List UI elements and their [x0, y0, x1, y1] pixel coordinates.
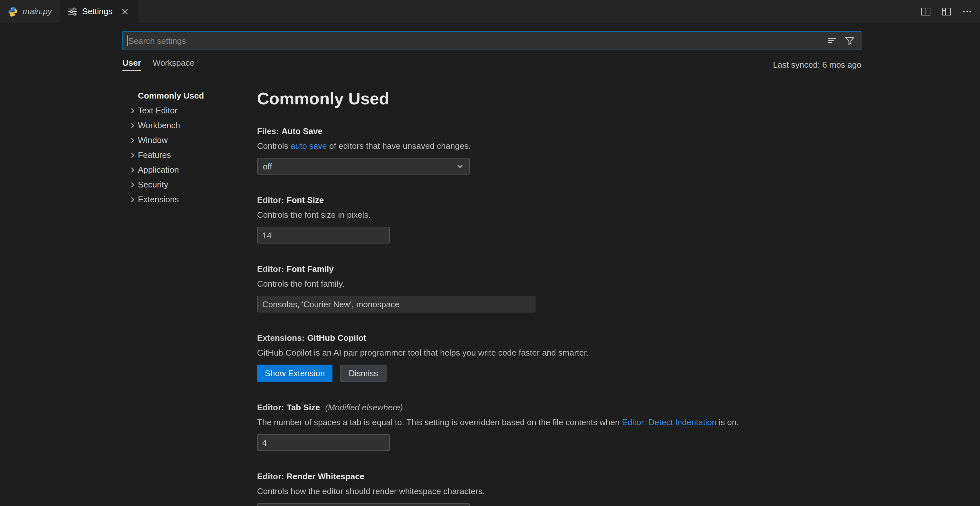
setting-category: Editor: — [257, 264, 284, 274]
setting-description: GitHub Copilot is an AI pair programmer … — [257, 347, 858, 359]
toc-item-commonly-used[interactable]: Commonly Used — [123, 88, 257, 103]
settings-body: Commonly Used Text Editor Workbench Wind… — [0, 72, 980, 506]
tab-settings[interactable]: Settings — [60, 0, 138, 22]
scope-tab-user[interactable]: User — [123, 58, 141, 71]
search-row — [123, 31, 861, 50]
vscode-window: main.py Settings — [0, 0, 980, 506]
desc-text: The number of spaces a tab is equal to. … — [257, 417, 622, 427]
settings-content: Commonly Used Files:Auto Save Controls a… — [257, 88, 980, 506]
tab-main-py[interactable]: main.py — [0, 0, 60, 22]
setting-files-auto-save: Files:Auto Save Controls auto save of ed… — [257, 126, 858, 175]
tab-label: Settings — [82, 6, 113, 16]
setting-extensions-github-copilot: Extensions:GitHub Copilot GitHub Copilot… — [257, 333, 858, 382]
setting-description: Controls the font size in pixels. — [257, 209, 858, 221]
dismiss-button[interactable]: Dismiss — [340, 364, 386, 382]
tab-size-input[interactable] — [257, 434, 390, 451]
setting-title: Editor:Render Whitespace — [257, 471, 858, 482]
settings-sliders-icon — [67, 6, 78, 16]
chevron-right-icon — [127, 120, 138, 130]
chevron-spacer — [127, 91, 138, 101]
toc-item-security[interactable]: Security — [123, 177, 257, 192]
last-synced-label: Last synced: 6 mos ago — [773, 60, 861, 69]
chevron-down-icon — [455, 161, 465, 171]
setting-description: Controls the font family. — [257, 278, 858, 290]
setting-name: Auto Save — [282, 126, 323, 136]
toc-item-application[interactable]: Application — [123, 162, 257, 177]
toc-item-text-editor[interactable]: Text Editor — [123, 103, 257, 118]
setting-title: Files:Auto Save — [257, 126, 858, 137]
toc-label: Window — [138, 135, 168, 145]
filter-icon[interactable] — [843, 34, 856, 47]
font-family-input[interactable] — [257, 296, 535, 312]
setting-category: Editor: — [257, 403, 284, 412]
toc-item-workbench[interactable]: Workbench — [123, 118, 257, 133]
render-whitespace-select[interactable] — [257, 503, 470, 506]
setting-description: Controls how the editor should render wh… — [257, 486, 858, 497]
tab-label: main.py — [22, 6, 52, 16]
auto-save-select[interactable]: off — [257, 158, 470, 175]
desc-text: Controls — [257, 141, 291, 151]
setting-name: Font Family — [287, 264, 334, 274]
text-caret — [127, 35, 127, 46]
editor-actions — [920, 0, 980, 22]
scope-tabs: User Workspace — [123, 58, 194, 71]
setting-editor-render-whitespace: Editor:Render Whitespace Controls how th… — [257, 471, 858, 506]
chevron-right-icon — [127, 180, 138, 190]
setting-name: GitHub Copilot — [307, 333, 366, 343]
tab-bar: main.py Settings — [0, 0, 980, 22]
toc-label: Workbench — [138, 121, 180, 130]
chevron-right-icon — [127, 150, 138, 160]
setting-editor-tab-size: Editor:Tab Size(Modified elsewhere) The … — [257, 402, 858, 451]
setting-editor-font-size: Editor:Font Size Controls the font size … — [257, 194, 858, 243]
setting-name: Tab Size — [287, 403, 320, 412]
split-editor-icon[interactable] — [920, 5, 932, 18]
setting-title: Editor:Font Family — [257, 264, 858, 275]
setting-title: Editor:Font Size — [257, 194, 858, 206]
select-value: off — [263, 161, 272, 171]
scope-tab-workspace[interactable]: Workspace — [153, 58, 194, 70]
settings-toc: Commonly Used Text Editor Workbench Wind… — [123, 88, 257, 207]
detect-indentation-link[interactable]: Editor: Detect Indentation — [622, 417, 716, 427]
chevron-right-icon — [127, 165, 138, 175]
toc-label: Commonly Used — [138, 91, 204, 100]
search-input[interactable] — [123, 31, 861, 50]
setting-title: Extensions:GitHub Copilot — [257, 333, 858, 344]
python-icon — [8, 6, 18, 16]
setting-category: Extensions: — [257, 333, 304, 343]
toc-label: Security — [138, 180, 168, 189]
setting-description: The number of spaces a tab is equal to. … — [257, 417, 858, 428]
setting-name: Render Whitespace — [287, 471, 364, 481]
setting-editor-font-family: Editor:Font Family Controls the font fam… — [257, 264, 858, 312]
desc-text: is on. — [716, 417, 739, 427]
scope-row: User Workspace Last synced: 6 mos ago — [123, 57, 861, 72]
chevron-right-icon — [127, 135, 138, 145]
setting-title: Editor:Tab Size(Modified elsewhere) — [257, 402, 858, 414]
chevron-right-icon — [127, 105, 138, 116]
clear-search-icon[interactable] — [826, 34, 838, 47]
desc-text: of editors that have unsaved changes. — [327, 141, 471, 151]
chevron-right-icon — [127, 194, 138, 205]
more-actions-icon[interactable] — [961, 5, 974, 18]
search-actions — [826, 31, 856, 50]
page-title: Commonly Used — [257, 88, 858, 109]
toc-item-features[interactable]: Features — [123, 148, 257, 162]
settings-editor: User Workspace Last synced: 6 mos ago Co… — [0, 31, 980, 506]
editor-layout-icon[interactable] — [940, 5, 953, 18]
toc-item-extensions[interactable]: Extensions — [123, 192, 257, 207]
setting-category: Files: — [257, 126, 279, 136]
font-size-input[interactable] — [257, 227, 390, 243]
setting-category: Editor: — [257, 471, 284, 481]
toc-item-window[interactable]: Window — [123, 133, 257, 148]
toc-label: Application — [138, 165, 179, 175]
setting-description: Controls auto save of editors that have … — [257, 140, 858, 152]
setting-category: Editor: — [257, 195, 284, 205]
auto-save-link[interactable]: auto save — [291, 141, 327, 151]
toc-label: Features — [138, 150, 171, 160]
modified-elsewhere-badge: (Modified elsewhere) — [325, 403, 403, 412]
toc-label: Text Editor — [138, 106, 178, 115]
copilot-actions: Show Extension Dismiss — [257, 364, 858, 382]
show-extension-button[interactable]: Show Extension — [257, 364, 332, 382]
toc-label: Extensions — [138, 194, 179, 204]
close-icon[interactable] — [119, 6, 130, 16]
setting-name: Font Size — [287, 195, 324, 205]
